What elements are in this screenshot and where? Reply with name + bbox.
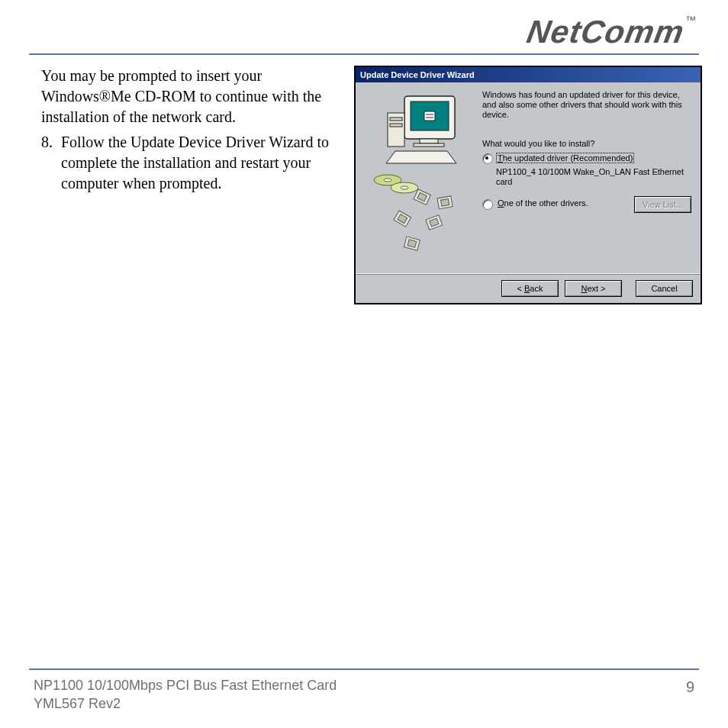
svg-point-15 <box>401 186 408 189</box>
brand-logo: NetComm <box>523 14 687 50</box>
svg-rect-6 <box>420 139 438 143</box>
wizard-illustration <box>365 90 473 269</box>
step-number: 8. <box>41 132 61 194</box>
step-item: 8. Follow the Update Device Driver Wizar… <box>41 132 340 194</box>
svg-point-13 <box>384 179 391 182</box>
option1-driver-name: NP1100_4 10/100M Wake_On_LAN Fast Ethern… <box>496 167 691 187</box>
svg-rect-7 <box>414 143 444 147</box>
footer-revision: YML567 Rev2 <box>34 695 337 713</box>
computer-hardware-icon <box>365 90 473 266</box>
dialog-question: What would you like to install? <box>482 139 691 148</box>
dialog-content: Windows has found an updated driver for … <box>482 90 691 269</box>
svg-rect-19 <box>440 199 449 207</box>
svg-rect-9 <box>390 118 402 121</box>
dialog-titlebar: Update Device Driver Wizard <box>356 67 701 82</box>
instruction-text: You may be prompted to insert your Windo… <box>29 66 340 194</box>
option-other-drivers[interactable]: One of the other drivers. <box>482 198 588 210</box>
main-content: You may be prompted to insert your Windo… <box>29 55 699 304</box>
page-header: NetComm™ <box>29 14 699 53</box>
svg-rect-10 <box>390 124 402 127</box>
option2-label: One of the other drivers. <box>498 198 588 208</box>
cancel-button[interactable]: Cancel <box>636 280 693 297</box>
page-number: 9 <box>686 677 694 697</box>
wizard-dialog: Update Device Driver Wizard <box>354 66 702 304</box>
view-list-button[interactable]: View List... <box>634 196 691 213</box>
dialog-button-bar: < Back Next > Cancel <box>356 273 701 303</box>
next-button[interactable]: Next > <box>565 280 622 297</box>
svg-rect-3 <box>424 111 435 121</box>
footer-product: NP1100 10/100Mbps PCI Bus Fast Ethernet … <box>34 677 337 694</box>
footer-divider <box>29 668 699 670</box>
radio-icon <box>482 153 493 164</box>
option1-label: The updated driver (Recommended) <box>496 153 634 163</box>
intro-paragraph: You may be prompted to insert your Windo… <box>41 66 340 127</box>
dialog-intro-text: Windows has found an updated driver for … <box>482 90 691 121</box>
radio-icon <box>482 199 493 210</box>
step-text: Follow the Update Device Driver Wizard t… <box>61 132 340 194</box>
screenshot-figure: Update Device Driver Wizard <box>354 66 699 304</box>
svg-marker-11 <box>386 151 456 163</box>
back-button[interactable]: < Back <box>501 280 559 297</box>
option-updated-driver[interactable]: The updated driver (Recommended) <box>482 153 691 164</box>
page-footer: NP1100 10/100Mbps PCI Bus Fast Ethernet … <box>34 677 694 713</box>
